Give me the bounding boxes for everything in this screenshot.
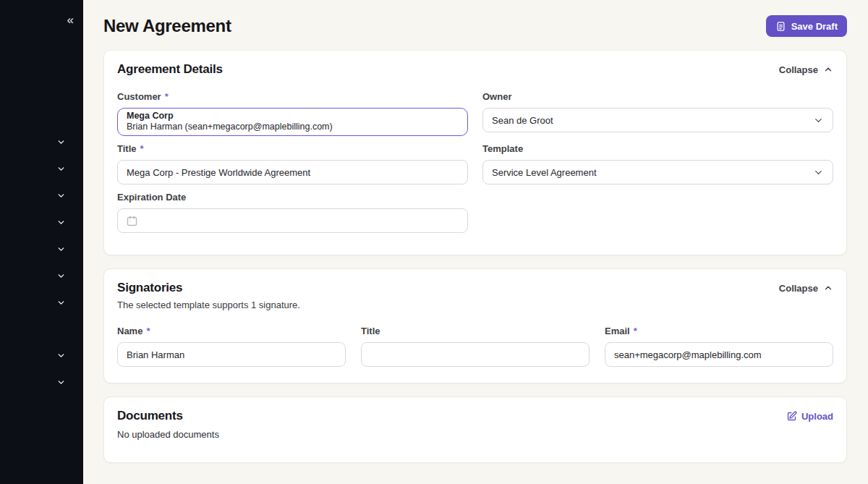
title-field-group: Title * <box>117 143 468 184</box>
owner-label-text: Owner <box>482 91 511 103</box>
documents-empty-text: No uploaded documents <box>117 429 833 441</box>
signatory-title-label-text: Title <box>361 326 380 337</box>
signatories-form: Name * Title Email * <box>117 326 833 367</box>
signatory-name-label-text: Name <box>117 326 142 337</box>
documents-card: Documents Upload No uploaded documents <box>103 396 847 463</box>
chevron-down-icon <box>56 164 66 174</box>
customer-label: Customer * <box>117 91 468 103</box>
signatory-title-field-group: Title <box>361 326 590 367</box>
collapse-label: Collapse <box>779 283 818 294</box>
sidebar-item-5[interactable] <box>56 236 66 263</box>
sidebar-item-3[interactable] <box>56 182 66 209</box>
owner-label: Owner <box>482 91 833 103</box>
agreement-details-card: Agreement Details Collapse Customer * Me… <box>103 50 847 255</box>
expiration-date-input[interactable] <box>117 208 468 233</box>
required-asterisk: * <box>165 91 169 103</box>
sidebar-item-6[interactable] <box>56 263 66 289</box>
sidebar-nav-group-1 <box>56 129 66 316</box>
chevron-down-icon <box>56 298 66 307</box>
sidebar-item-8[interactable] <box>56 342 66 369</box>
expiration-date-label-text: Expiration Date <box>117 192 186 203</box>
signatory-name-label: Name * <box>117 326 346 337</box>
save-draft-label: Save Draft <box>791 21 838 32</box>
sidebar-collapse-button[interactable]: « <box>67 14 74 26</box>
calendar-icon <box>126 215 138 227</box>
signatory-title-input[interactable] <box>361 342 590 367</box>
customer-value-contact: Brian Harman (sean+megacorp@maplebilling… <box>127 122 459 132</box>
signatory-email-input[interactable] <box>605 342 833 367</box>
signatories-title: Signatories <box>117 281 182 295</box>
owner-selected-value: Sean de Groot <box>492 115 553 126</box>
collapse-label: Collapse <box>779 64 818 75</box>
required-asterisk: * <box>140 143 144 155</box>
page-title: New Agreement <box>103 16 231 36</box>
chevron-down-icon <box>56 271 66 281</box>
title-label: Title * <box>117 143 468 155</box>
chevron-down-icon <box>813 167 824 178</box>
customer-field-group: Customer * Mega Corp Brian Harman (sean+… <box>117 91 468 136</box>
template-field-group: Template Service Level Agreement <box>482 143 833 184</box>
chevron-up-icon <box>823 64 833 75</box>
signatories-collapse-button[interactable]: Collapse <box>779 283 833 294</box>
required-asterisk: * <box>146 326 150 337</box>
chevron-down-icon <box>56 245 66 254</box>
save-draft-button[interactable]: Save Draft <box>766 15 847 37</box>
signatory-title-label: Title <box>361 326 590 337</box>
chevron-down-icon <box>56 137 66 147</box>
signatory-name-input[interactable] <box>117 342 346 367</box>
customer-value-name: Mega Corp <box>127 111 459 122</box>
signatory-name-field-group: Name * <box>117 326 346 367</box>
chevron-down-icon <box>56 351 66 360</box>
chevron-up-icon <box>823 283 833 293</box>
sidebar-header: « <box>0 0 83 35</box>
sidebar-item-9[interactable] <box>56 369 66 396</box>
expiration-date-field-group: Expiration Date <box>117 192 468 233</box>
signatory-email-field-group: Email * <box>605 326 833 367</box>
template-selected-value: Service Level Agreement <box>492 167 597 178</box>
document-icon <box>775 21 786 32</box>
chevron-down-icon <box>813 115 824 126</box>
customer-input[interactable]: Mega Corp Brian Harman (sean+megacorp@ma… <box>117 108 468 136</box>
owner-field-group: Owner Sean de Groot <box>482 91 833 136</box>
sidebar-nav <box>0 35 83 396</box>
template-label-text: Template <box>482 143 523 155</box>
signatory-email-label-text: Email <box>605 326 630 337</box>
documents-header: Documents Upload <box>117 409 833 423</box>
documents-title: Documents <box>117 409 183 423</box>
upload-label: Upload <box>801 411 833 422</box>
signatories-card: Signatories Collapse The selected templa… <box>103 268 847 383</box>
chevron-down-icon <box>56 218 66 227</box>
expiration-date-label: Expiration Date <box>117 192 468 203</box>
title-input[interactable] <box>117 160 468 184</box>
sidebar-item-4[interactable] <box>56 209 66 236</box>
template-label: Template <box>482 143 833 155</box>
app-window: « New Agreement <box>0 0 868 484</box>
sidebar-item-2[interactable] <box>56 156 66 182</box>
sidebar-item-7[interactable] <box>56 289 66 316</box>
agreement-details-header: Agreement Details Collapse <box>117 62 833 77</box>
signatory-email-label: Email * <box>605 326 833 337</box>
signatories-subtext: The selected template supports 1 signatu… <box>117 300 833 311</box>
chevron-down-icon <box>56 191 66 200</box>
agreement-details-collapse-button[interactable]: Collapse <box>779 64 833 75</box>
upload-button[interactable]: Upload <box>786 411 833 422</box>
signatories-header: Signatories Collapse <box>117 281 833 295</box>
customer-label-text: Customer <box>117 91 161 103</box>
required-asterisk: * <box>634 326 637 337</box>
sidebar-item-1[interactable] <box>56 129 66 156</box>
template-select[interactable]: Service Level Agreement <box>482 160 833 184</box>
agreement-details-form: Customer * Mega Corp Brian Harman (sean+… <box>117 91 833 233</box>
owner-select[interactable]: Sean de Groot <box>482 108 833 132</box>
main-content: New Agreement Save Draft Agreement Detai… <box>83 0 868 484</box>
sidebar: « <box>0 0 83 484</box>
title-label-text: Title <box>117 143 137 155</box>
edit-square-icon <box>786 411 797 422</box>
page-header: New Agreement Save Draft <box>103 14 847 38</box>
sidebar-nav-group-2 <box>56 342 66 396</box>
agreement-details-title: Agreement Details <box>117 62 223 77</box>
chevron-down-icon <box>56 378 66 387</box>
